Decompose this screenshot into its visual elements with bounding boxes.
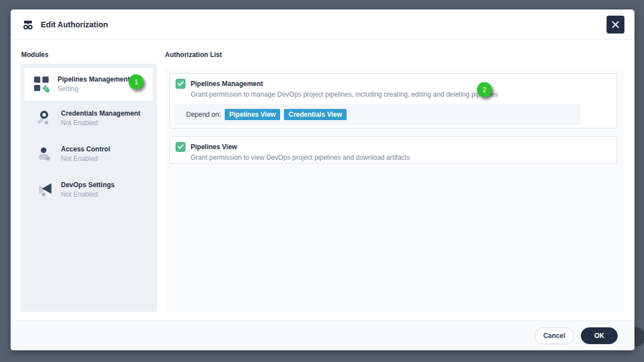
authorization-list: Pipelines Management Grant permission to…	[165, 69, 624, 312]
pipelines-management-icon	[34, 76, 50, 93]
annotation-badge-2: 2	[477, 82, 492, 97]
annotation-badge-1: 1	[129, 74, 144, 89]
close-icon	[612, 21, 619, 28]
permission-description: Grant permission to manage DevOps projec…	[191, 90, 617, 98]
depend-tag-pipelines-view[interactable]: Pipelines View	[225, 109, 280, 120]
access-control-icon	[37, 146, 54, 163]
modal-header: Edit Authorization	[11, 9, 634, 40]
permission-card-pipelines-management: Pipelines Management Grant permission to…	[169, 73, 617, 128]
modules-section-label: Modules	[21, 51, 49, 59]
module-item-devops-settings[interactable]: DevOps Settings Not Enabled	[25, 172, 153, 208]
permission-title: Pipelines View	[191, 143, 237, 151]
module-status: Not Enabled	[61, 119, 140, 127]
module-status: Not Enabled	[61, 190, 115, 199]
module-title: DevOps Settings	[61, 181, 115, 189]
credentials-management-icon	[37, 110, 54, 127]
edit-authorization-modal: Edit Authorization Modules Authorization…	[11, 9, 634, 350]
close-button[interactable]	[607, 16, 624, 34]
module-title: Credentials Management	[61, 109, 140, 118]
module-status: Setting	[58, 85, 130, 93]
module-item-credentials-management[interactable]: Credentials Management Not Enabled	[25, 101, 153, 136]
depend-tag-credentials-view[interactable]: Credentials View	[284, 109, 347, 120]
cancel-button[interactable]: Cancel	[534, 327, 574, 344]
devops-settings-icon	[37, 182, 54, 198]
authorization-section-label: Authorization List	[165, 51, 222, 59]
depend-on-label: Depend on:	[186, 111, 221, 118]
module-status: Not Enabled	[61, 155, 110, 163]
module-title: Pipelines Management	[58, 75, 130, 84]
permission-title: Pipelines Management	[191, 80, 263, 88]
checkbox-pipelines-management[interactable]	[176, 79, 186, 89]
permission-card-pipelines-view: Pipelines View Grant permission to view …	[169, 136, 617, 164]
checkbox-pipelines-view[interactable]	[176, 142, 186, 152]
modules-list: Pipelines Management Setting Credentials…	[20, 64, 157, 312]
modal-footer: Cancel OK	[11, 320, 634, 350]
pipeline-icon	[22, 18, 34, 31]
depend-on-bar: Depend on: Pipelines View Credentials Vi…	[174, 104, 581, 125]
module-title: Access Control	[61, 145, 110, 154]
permission-description: Grant permission to view DevOps project …	[191, 154, 617, 161]
modal-title: Edit Authorization	[41, 20, 108, 29]
ok-button[interactable]: OK	[581, 327, 618, 344]
module-item-access-control[interactable]: Access Control Not Enabled	[25, 136, 153, 172]
